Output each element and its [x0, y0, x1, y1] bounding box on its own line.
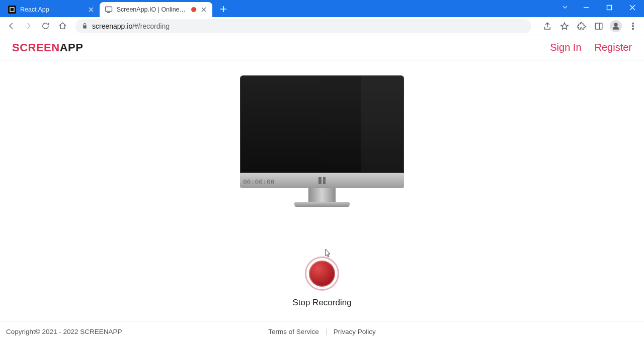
- recording-indicator-icon: [191, 7, 196, 12]
- svg-rect-5: [595, 23, 602, 29]
- nav-back-button[interactable]: [4, 19, 18, 33]
- nav-home-button[interactable]: [55, 19, 69, 33]
- preview-bezel: 00:00:00: [240, 173, 404, 188]
- footer-separator: [326, 328, 327, 335]
- tab-title: React App: [20, 6, 49, 13]
- record-control: Stop Recording: [292, 256, 351, 308]
- bookmark-star-icon[interactable]: [557, 19, 572, 33]
- tab-close-icon[interactable]: [200, 6, 207, 13]
- page: SCREENAPP Sign In Register 00:00:00 Stop…: [0, 35, 644, 342]
- favicon-screenapp: [105, 6, 113, 14]
- toolbar-right: [540, 19, 640, 33]
- tab-screenapp[interactable]: ScreenApp.IO | Online Screen: [100, 2, 212, 17]
- svg-point-6: [632, 23, 634, 24]
- browser-titlebar: React App ScreenApp.IO | Online Screen: [0, 0, 644, 17]
- preview-monitor: 00:00:00: [240, 75, 404, 207]
- tab-title: ScreenApp.IO | Online Screen: [117, 6, 187, 13]
- chrome-menu-icon[interactable]: [626, 19, 640, 33]
- sign-in-link[interactable]: Sign In: [550, 42, 581, 53]
- svg-rect-3: [107, 12, 110, 13]
- window-controls: [575, 0, 644, 17]
- address-bar[interactable]: screenapp.io/#/recording: [75, 19, 531, 33]
- record-icon: [309, 261, 335, 287]
- tab-search-icon[interactable]: [561, 4, 569, 13]
- auth-links: Sign In Register: [550, 42, 632, 53]
- tab-react-app[interactable]: React App: [3, 2, 100, 17]
- monitor-neck: [308, 188, 336, 202]
- tab-strip: React App ScreenApp.IO | Online Screen: [3, 0, 230, 17]
- app-footer: Copyright© 2021 - 2022 SCREENAPP Terms o…: [0, 321, 644, 342]
- svg-point-8: [632, 28, 634, 29]
- browser-toolbar: screenapp.io/#/recording: [0, 17, 644, 35]
- terms-link[interactable]: Terms of Service: [268, 328, 319, 335]
- copyright-text: Copyright© 2021 - 2022 SCREENAPP: [6, 328, 122, 335]
- privacy-link[interactable]: Privacy Policy: [334, 328, 376, 335]
- stop-recording-label: Stop Recording: [292, 298, 351, 308]
- tab-close-icon[interactable]: [88, 6, 95, 13]
- recording-stage: 00:00:00 Stop Recording: [0, 60, 644, 321]
- register-link[interactable]: Register: [595, 42, 632, 53]
- nav-forward-button[interactable]: [21, 19, 35, 33]
- pause-icon[interactable]: [318, 177, 326, 184]
- monitor-base: [294, 202, 350, 207]
- app-header: SCREENAPP Sign In Register: [0, 35, 644, 60]
- stop-recording-button[interactable]: [305, 256, 339, 291]
- url-text: screenapp.io/#/recording: [92, 22, 170, 30]
- profile-avatar[interactable]: [609, 19, 623, 33]
- app-logo[interactable]: SCREENAPP: [12, 41, 83, 54]
- svg-rect-4: [607, 6, 612, 10]
- recording-timer: 00:00:00: [243, 178, 275, 186]
- svg-rect-0: [8, 6, 16, 14]
- sidepanel-icon[interactable]: [592, 19, 606, 33]
- lock-icon: [82, 23, 88, 29]
- new-tab-button[interactable]: [216, 2, 230, 16]
- footer-links: Terms of Service Privacy Policy: [268, 328, 376, 335]
- share-icon[interactable]: [540, 19, 554, 33]
- nav-reload-button[interactable]: [38, 19, 52, 33]
- svg-point-7: [632, 25, 634, 27]
- window-maximize-button[interactable]: [598, 0, 621, 15]
- favicon-react: [8, 6, 16, 14]
- window-minimize-button[interactable]: [575, 0, 598, 15]
- window-close-button[interactable]: [621, 0, 644, 15]
- svg-rect-2: [105, 7, 112, 12]
- extensions-icon[interactable]: [575, 19, 589, 33]
- preview-screen: [240, 75, 404, 173]
